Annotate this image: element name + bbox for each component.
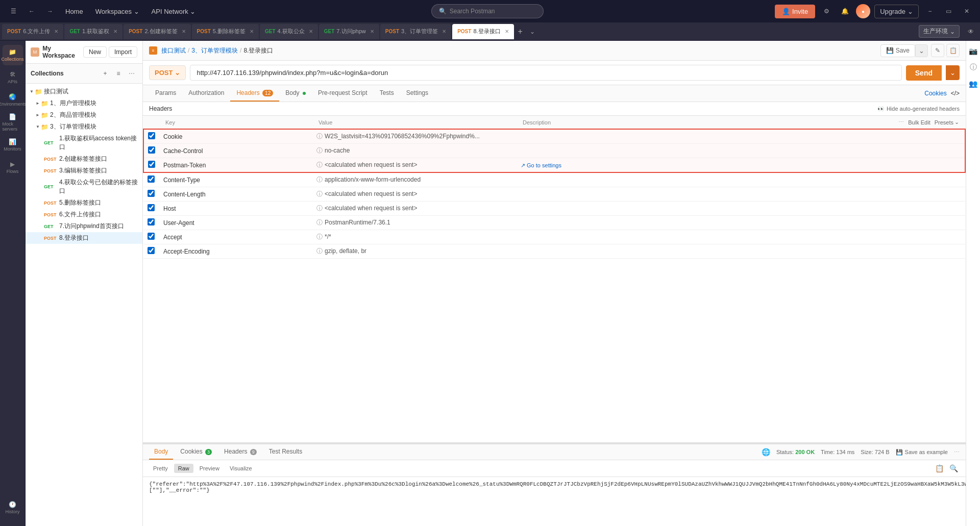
workspace-name[interactable]: My Workspace <box>42 45 83 59</box>
invite-button[interactable]: 👤 Invite <box>775 5 815 18</box>
workspaces-link[interactable]: Workspaces ⌄ <box>91 6 143 17</box>
settings-icon[interactable]: ⚙ <box>819 4 834 18</box>
sidebar-item-apis[interactable]: 🛠 APIs <box>3 67 23 88</box>
tab-item-5[interactable]: GET 7.访问phpw ✕ <box>319 24 379 39</box>
sidebar-item-extensions[interactable]: ➕ <box>3 520 23 526</box>
row1-checkbox[interactable] <box>148 146 155 154</box>
resp-tab-headers[interactable]: Headers 9 <box>219 444 262 460</box>
minimize-icon[interactable]: − <box>923 4 937 18</box>
send-dropdown-button[interactable]: ⌄ <box>946 65 960 80</box>
code-icon[interactable]: </> <box>951 90 960 97</box>
tab-params[interactable]: Params <box>149 85 182 102</box>
row7-checkbox[interactable] <box>148 233 155 240</box>
tree-item-2[interactable]: POST 3.编辑标签签接口 <box>26 165 142 177</box>
rs-icon-1[interactable]: ⓘ <box>967 61 979 73</box>
tree-root[interactable]: ▼ 📁 接口测试 <box>26 86 142 97</box>
fmt-pretty[interactable]: Pretty <box>149 464 172 473</box>
tab-close-3[interactable]: ✕ <box>250 29 254 34</box>
save-example-button[interactable]: 💾 Save as example <box>896 449 948 456</box>
row6-checkbox[interactable] <box>148 218 155 226</box>
tab-close-0[interactable]: ✕ <box>54 29 58 34</box>
upgrade-button[interactable]: Upgrade ⌄ <box>874 5 919 18</box>
add-collection-icon[interactable]: + <box>100 68 111 79</box>
tree-item-3[interactable]: GET 4.获取公众号已创建的标签接口 <box>26 177 142 197</box>
tab-body[interactable]: Body <box>279 85 312 102</box>
bulk-edit-button[interactable]: Bulk Edit <box>908 119 930 126</box>
url-input[interactable] <box>190 65 901 81</box>
sort-icon[interactable]: ≡ <box>113 68 124 79</box>
rs-icon-0[interactable]: 📷 <box>967 45 979 57</box>
tab-close-7[interactable]: ✕ <box>505 29 509 34</box>
tab-pre-request[interactable]: Pre-request Script <box>312 85 374 102</box>
tab-close-5[interactable]: ✕ <box>370 29 374 34</box>
tab-headers[interactable]: Headers 12 <box>230 85 279 102</box>
more-options-icon[interactable]: ⋯ <box>126 68 137 79</box>
save-dropdown-button[interactable]: ⌄ <box>915 44 928 57</box>
back-icon[interactable]: ← <box>24 4 39 18</box>
forward-icon[interactable]: → <box>43 4 57 18</box>
row5-checkbox[interactable] <box>148 204 155 211</box>
edit-pencil-icon[interactable]: ✎ <box>931 44 944 57</box>
tab-close-4[interactable]: ✕ <box>309 29 313 34</box>
tab-item-6[interactable]: POST 3、订单管理签 ✕ <box>380 24 451 39</box>
send-button[interactable]: Send <box>906 65 942 81</box>
tab-item-7[interactable]: POST 8.登录接口 ✕ <box>452 24 513 39</box>
row4-checkbox[interactable] <box>148 190 155 197</box>
resp-tab-test-results[interactable]: Test Results <box>264 444 307 460</box>
tree-item-4[interactable]: POST 5.删除标签接口 <box>26 197 142 209</box>
environment-selector[interactable]: 生产环境 ⌄ <box>919 25 960 38</box>
fmt-visualize[interactable]: Visualize <box>226 464 256 473</box>
env-eye-icon[interactable]: 👁 <box>964 24 978 39</box>
sidebar-item-monitors[interactable]: 📊 Monitors <box>3 135 23 155</box>
new-button[interactable]: New <box>83 46 107 58</box>
search-bar[interactable]: 🔍 Search Postman <box>431 4 544 18</box>
tab-item-4[interactable]: GET 4.获取公众 ✕ <box>260 24 318 39</box>
row0-info-icon[interactable]: ⓘ <box>316 133 323 140</box>
tree-group-3[interactable]: ▼ 📁 3、订单管理模块 <box>26 121 142 133</box>
rs-icon-2[interactable]: 👥 <box>967 78 979 90</box>
tab-close-2[interactable]: ✕ <box>182 29 186 34</box>
row8-checkbox[interactable] <box>148 247 155 254</box>
avatar[interactable]: ● <box>856 4 870 18</box>
header-more-icon[interactable]: ⋯ <box>898 119 904 126</box>
breadcrumb-path2[interactable]: 3、订单管理模块 <box>191 46 238 55</box>
response-more-icon[interactable]: ⋯ <box>954 449 960 456</box>
tab-close-6[interactable]: ✕ <box>442 29 446 34</box>
row0-checkbox[interactable] <box>148 132 155 139</box>
close-icon[interactable]: ✕ <box>960 4 974 18</box>
row2-checkbox[interactable] <box>148 161 155 168</box>
tab-item-0[interactable]: POST 6.文件上传 ✕ <box>2 24 63 39</box>
tree-item-1[interactable]: POST 2.创建标签签接口 <box>26 153 142 165</box>
go-to-settings-link[interactable]: ↗ Go to settings <box>521 162 561 168</box>
tab-tests[interactable]: Tests <box>374 85 400 102</box>
save-button[interactable]: 💾 Save <box>880 44 915 57</box>
breadcrumb-path1[interactable]: 接口测试 <box>161 46 186 55</box>
cookies-link[interactable]: Cookies <box>924 90 946 97</box>
edit-copy-icon[interactable]: 📋 <box>946 44 960 57</box>
tree-item-5[interactable]: POST 6.文件上传接口 <box>26 209 142 220</box>
row3-checkbox[interactable] <box>148 176 155 183</box>
maximize-icon[interactable]: ▭ <box>941 4 955 18</box>
tab-settings[interactable]: Settings <box>400 85 434 102</box>
new-tab-button[interactable]: + <box>515 27 526 36</box>
sidebar-item-collections[interactable]: 📁 Collections <box>3 45 23 65</box>
tab-close-1[interactable]: ✕ <box>113 29 117 34</box>
tree-item-7[interactable]: POST 8.登录接口 <box>26 232 142 244</box>
api-network-link[interactable]: API Network ⌄ <box>148 6 200 17</box>
row1-info-icon[interactable]: ⓘ <box>316 147 323 154</box>
sidebar-item-flows[interactable]: ▶ Flows <box>3 157 23 178</box>
sidebar-item-mock-servers[interactable]: 📄 Mock servers <box>3 112 23 133</box>
menu-icon[interactable]: ☰ <box>6 4 20 18</box>
import-button[interactable]: Import <box>109 46 137 58</box>
tab-item-1[interactable]: GET 1.获取鉴权 ✕ <box>64 24 122 39</box>
tree-group-2[interactable]: ► 📁 2、商品管理模块 <box>26 109 142 121</box>
sidebar-item-history[interactable]: 🕐 History <box>3 497 23 518</box>
home-link[interactable]: Home <box>61 6 87 17</box>
copy-response-icon[interactable]: 📋 <box>933 462 945 474</box>
row2-info-icon[interactable]: ⓘ <box>316 161 323 168</box>
bell-icon[interactable]: 🔔 <box>838 4 852 18</box>
tab-item-2[interactable]: POST 2.创建标签签 ✕ <box>124 24 190 39</box>
method-selector[interactable]: POST ⌄ <box>149 65 186 80</box>
tab-authorization[interactable]: Authorization <box>182 85 230 102</box>
search-response-icon[interactable]: 🔍 <box>947 462 960 474</box>
